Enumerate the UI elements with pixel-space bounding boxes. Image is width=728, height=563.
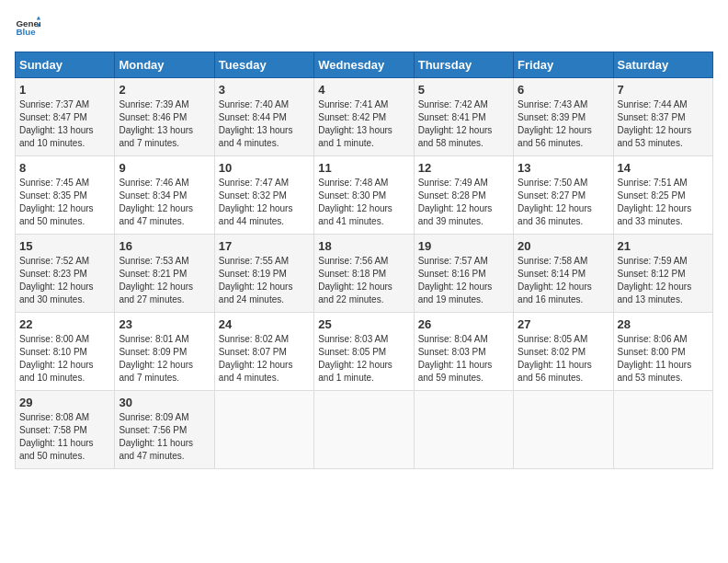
day-number: 17 [219,239,310,253]
day-number: 20 [518,239,609,253]
day-info: Sunrise: 8:05 AM Sunset: 8:02 PM Dayligh… [518,333,609,385]
day-info: Sunrise: 7:48 AM Sunset: 8:30 PM Dayligh… [318,177,409,228]
day-number: 14 [618,161,709,175]
calendar-cell: 27 Sunrise: 8:05 AM Sunset: 8:02 PM Dayl… [514,313,613,391]
calendar-cell: 11 Sunrise: 7:48 AM Sunset: 8:30 PM Dayl… [314,156,414,235]
day-info: Sunrise: 7:55 AM Sunset: 8:19 PM Dayligh… [219,255,310,306]
day-info: Sunrise: 7:57 AM Sunset: 8:16 PM Dayligh… [418,255,509,306]
day-number: 7 [618,83,709,97]
day-header-wednesday: Wednesday [314,52,414,78]
calendar-cell: 15 Sunrise: 7:52 AM Sunset: 8:23 PM Dayl… [16,235,115,313]
calendar-cell: 24 Sunrise: 8:02 AM Sunset: 8:07 PM Dayl… [214,313,313,391]
logo-icon: General Blue [15,15,40,40]
calendar-week-1: 1 Sunrise: 7:37 AM Sunset: 8:47 PM Dayli… [16,78,713,156]
day-info: Sunrise: 8:03 AM Sunset: 8:05 PM Dayligh… [318,333,409,385]
day-info: Sunrise: 8:08 AM Sunset: 7:58 PM Dayligh… [19,411,110,463]
logo: General Blue [15,15,40,40]
day-info: Sunrise: 8:09 AM Sunset: 7:56 PM Dayligh… [119,411,210,463]
day-number: 21 [618,239,709,253]
calendar-cell [514,391,613,469]
day-number: 23 [119,317,210,331]
day-number: 18 [318,239,409,253]
day-info: Sunrise: 7:56 AM Sunset: 8:18 PM Dayligh… [318,255,409,306]
day-header-monday: Monday [115,52,214,78]
calendar-cell [214,391,313,469]
calendar-week-4: 22 Sunrise: 8:00 AM Sunset: 8:10 PM Dayl… [16,313,713,391]
day-info: Sunrise: 7:59 AM Sunset: 8:12 PM Dayligh… [618,255,709,306]
day-number: 28 [618,317,709,331]
calendar-cell [414,391,513,469]
day-header-friday: Friday [514,52,613,78]
calendar-cell: 22 Sunrise: 8:00 AM Sunset: 8:10 PM Dayl… [16,313,115,391]
day-info: Sunrise: 8:04 AM Sunset: 8:03 PM Dayligh… [418,333,509,385]
day-header-sunday: Sunday [16,52,115,78]
calendar-cell: 5 Sunrise: 7:42 AM Sunset: 8:41 PM Dayli… [414,78,513,156]
day-number: 15 [19,239,110,253]
calendar-cell: 26 Sunrise: 8:04 AM Sunset: 8:03 PM Dayl… [414,313,513,391]
calendar-cell: 18 Sunrise: 7:56 AM Sunset: 8:18 PM Dayl… [314,235,414,313]
calendar-cell: 17 Sunrise: 7:55 AM Sunset: 8:19 PM Dayl… [214,235,313,313]
calendar-cell [314,391,414,469]
day-number: 11 [318,161,409,175]
day-info: Sunrise: 7:51 AM Sunset: 8:25 PM Dayligh… [618,177,709,228]
calendar-cell: 14 Sunrise: 7:51 AM Sunset: 8:25 PM Dayl… [613,156,712,235]
calendar-cell: 25 Sunrise: 8:03 AM Sunset: 8:05 PM Dayl… [314,313,414,391]
day-number: 9 [119,161,210,175]
calendar-cell: 2 Sunrise: 7:39 AM Sunset: 8:46 PM Dayli… [115,78,214,156]
calendar-cell: 12 Sunrise: 7:49 AM Sunset: 8:28 PM Dayl… [414,156,513,235]
day-number: 16 [119,239,210,253]
day-info: Sunrise: 8:02 AM Sunset: 8:07 PM Dayligh… [219,333,310,385]
calendar-cell: 8 Sunrise: 7:45 AM Sunset: 8:35 PM Dayli… [16,156,115,235]
day-info: Sunrise: 7:37 AM Sunset: 8:47 PM Dayligh… [19,98,110,150]
day-number: 24 [219,317,310,331]
calendar-cell: 13 Sunrise: 7:50 AM Sunset: 8:27 PM Dayl… [514,156,613,235]
day-info: Sunrise: 7:52 AM Sunset: 8:23 PM Dayligh… [19,255,110,306]
header: General Blue [15,15,713,40]
calendar-cell [613,391,712,469]
day-info: Sunrise: 7:45 AM Sunset: 8:35 PM Dayligh… [19,177,110,228]
calendar-cell: 1 Sunrise: 7:37 AM Sunset: 8:47 PM Dayli… [16,78,115,156]
day-info: Sunrise: 8:01 AM Sunset: 8:09 PM Dayligh… [119,333,210,385]
day-number: 22 [19,317,110,331]
calendar-cell: 23 Sunrise: 8:01 AM Sunset: 8:09 PM Dayl… [115,313,214,391]
day-number: 4 [318,83,409,97]
calendar-cell: 16 Sunrise: 7:53 AM Sunset: 8:21 PM Dayl… [115,235,214,313]
day-number: 12 [418,161,509,175]
day-number: 10 [219,161,310,175]
calendar-cell: 21 Sunrise: 7:59 AM Sunset: 8:12 PM Dayl… [613,235,712,313]
day-number: 8 [19,161,110,175]
day-header-thursday: Thursday [414,52,513,78]
day-info: Sunrise: 8:00 AM Sunset: 8:10 PM Dayligh… [19,333,110,385]
day-info: Sunrise: 7:43 AM Sunset: 8:39 PM Dayligh… [518,98,609,150]
calendar-cell: 7 Sunrise: 7:44 AM Sunset: 8:37 PM Dayli… [613,78,712,156]
calendar-cell: 19 Sunrise: 7:57 AM Sunset: 8:16 PM Dayl… [414,235,513,313]
calendar-week-5: 29 Sunrise: 8:08 AM Sunset: 7:58 PM Dayl… [16,391,713,469]
day-info: Sunrise: 7:50 AM Sunset: 8:27 PM Dayligh… [518,177,609,228]
calendar-cell: 4 Sunrise: 7:41 AM Sunset: 8:42 PM Dayli… [314,78,414,156]
day-number: 5 [418,83,509,97]
day-info: Sunrise: 8:06 AM Sunset: 8:00 PM Dayligh… [618,333,709,385]
calendar-cell: 3 Sunrise: 7:40 AM Sunset: 8:44 PM Dayli… [214,78,313,156]
day-info: Sunrise: 7:46 AM Sunset: 8:34 PM Dayligh… [119,177,210,228]
calendar-cell: 30 Sunrise: 8:09 AM Sunset: 7:56 PM Dayl… [115,391,214,469]
day-number: 27 [518,317,609,331]
day-number: 26 [418,317,509,331]
calendar-cell: 20 Sunrise: 7:58 AM Sunset: 8:14 PM Dayl… [514,235,613,313]
day-info: Sunrise: 7:41 AM Sunset: 8:42 PM Dayligh… [318,98,409,150]
day-number: 6 [518,83,609,97]
calendar-cell: 9 Sunrise: 7:46 AM Sunset: 8:34 PM Dayli… [115,156,214,235]
calendar-cell: 10 Sunrise: 7:47 AM Sunset: 8:32 PM Dayl… [214,156,313,235]
day-info: Sunrise: 7:40 AM Sunset: 8:44 PM Dayligh… [219,98,310,150]
calendar-cell: 28 Sunrise: 8:06 AM Sunset: 8:00 PM Dayl… [613,313,712,391]
day-info: Sunrise: 7:49 AM Sunset: 8:28 PM Dayligh… [418,177,509,228]
calendar-week-2: 8 Sunrise: 7:45 AM Sunset: 8:35 PM Dayli… [16,156,713,235]
day-info: Sunrise: 7:42 AM Sunset: 8:41 PM Dayligh… [418,98,509,150]
day-number: 29 [19,396,110,409]
day-info: Sunrise: 7:39 AM Sunset: 8:46 PM Dayligh… [119,98,210,150]
calendar-week-3: 15 Sunrise: 7:52 AM Sunset: 8:23 PM Dayl… [16,235,713,313]
day-info: Sunrise: 7:58 AM Sunset: 8:14 PM Dayligh… [518,255,609,306]
day-header-tuesday: Tuesday [214,52,313,78]
day-number: 13 [518,161,609,175]
day-number: 3 [219,83,310,97]
svg-text:Blue: Blue [16,27,36,37]
